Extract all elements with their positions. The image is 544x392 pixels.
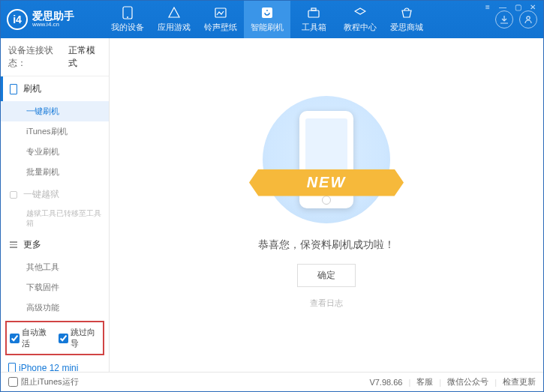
minimize-button[interactable]: —	[496, 1, 509, 12]
wallpaper-icon	[215, 6, 227, 19]
main-panel: NEW 恭喜您，保资料刷机成功啦！ 确定 查看日志	[110, 38, 543, 372]
section-more[interactable]: 更多	[1, 232, 109, 257]
sidebar-item-other-tools[interactable]: 其他工具	[1, 257, 109, 277]
section-flash[interactable]: 刷机	[1, 76, 109, 101]
section-jailbreak[interactable]: 一键越狱	[1, 182, 109, 207]
svg-rect-3	[262, 7, 272, 18]
svg-point-6	[527, 16, 530, 19]
phone-icon	[122, 6, 133, 19]
tab-my-device[interactable]: 我的设备	[104, 1, 151, 38]
user-button[interactable]	[519, 10, 537, 28]
flash-icon	[261, 6, 273, 19]
menu-button[interactable]: ≡	[481, 1, 494, 12]
svg-rect-4	[308, 10, 319, 17]
new-ribbon: NEW	[249, 169, 404, 196]
success-message: 恭喜您，保资料刷机成功啦！	[258, 238, 395, 252]
device-status: 设备连接状态： 正常模式	[1, 38, 109, 76]
sidebar-item-download-firmware[interactable]: 下载固件	[1, 277, 109, 298]
phone-mini-icon	[8, 363, 16, 372]
store-icon	[401, 6, 413, 19]
ok-button[interactable]: 确定	[297, 264, 356, 287]
phone-mini-icon	[10, 84, 17, 94]
sidebar-item-oneclick-flash[interactable]: 一键刷机	[1, 101, 109, 121]
app-site: www.i4.cn	[32, 22, 74, 28]
footer: 阻止iTunes运行 V7.98.66 | 客服 | 微信公众号 | 检查更新	[1, 372, 543, 391]
jailbreak-note: 越狱工具已转移至工具箱	[1, 207, 109, 232]
sidebar-item-batch-flash[interactable]: 批量刷机	[1, 162, 109, 182]
view-log-link[interactable]: 查看日志	[310, 298, 343, 309]
nav-tabs: 我的设备 应用游戏 铃声壁纸 智能刷机 工具箱 教程中心 爱思商城	[104, 1, 495, 38]
logo: i4 爱思助手 www.i4.cn	[7, 9, 104, 30]
success-illustration: NEW	[263, 96, 390, 223]
footer-check-update[interactable]: 检查更新	[503, 376, 536, 388]
toolbox-icon	[308, 6, 320, 19]
tab-store[interactable]: 爱思商城	[383, 1, 430, 38]
app-name: 爱思助手	[32, 10, 74, 22]
tab-tutorials[interactable]: 教程中心	[337, 1, 383, 38]
version-label: V7.98.66	[369, 378, 402, 387]
checkbox-block-itunes[interactable]: 阻止iTunes运行	[8, 376, 79, 388]
sidebar: 设备连接状态： 正常模式 刷机 一键刷机 iTunes刷机 专业刷机 批量刷机 …	[1, 38, 110, 372]
header: i4 爱思助手 www.i4.cn 我的设备 应用游戏 铃声壁纸 智能刷机 工具…	[1, 1, 543, 38]
svg-rect-2	[215, 8, 226, 17]
footer-wechat[interactable]: 微信公众号	[447, 376, 488, 388]
tab-apps-games[interactable]: 应用游戏	[151, 1, 197, 38]
sidebar-item-advanced[interactable]: 高级功能	[1, 298, 109, 318]
sidebar-item-itunes-flash[interactable]: iTunes刷机	[1, 121, 109, 142]
download-button[interactable]	[495, 10, 513, 28]
checkbox-highlight-area: 自动激活 跳过向导	[5, 321, 104, 355]
maximize-button[interactable]: ▢	[511, 1, 524, 12]
footer-service[interactable]: 客服	[416, 376, 433, 388]
tab-ringtone-wallpaper[interactable]: 铃声壁纸	[197, 1, 244, 38]
checkbox-auto-activate[interactable]: 自动激活	[10, 327, 51, 349]
tutorial-icon	[354, 6, 366, 19]
svg-point-1	[127, 16, 128, 18]
apps-icon	[168, 6, 180, 19]
lock-icon	[10, 191, 17, 199]
close-button[interactable]: ✕	[526, 1, 539, 12]
checkbox-skip-guide[interactable]: 跳过向导	[59, 327, 100, 349]
tab-smart-flash[interactable]: 智能刷机	[244, 1, 290, 38]
tab-toolbox[interactable]: 工具箱	[290, 1, 337, 38]
svg-rect-5	[311, 8, 316, 10]
menu-icon	[10, 241, 17, 248]
sidebar-item-pro-flash[interactable]: 专业刷机	[1, 142, 109, 162]
device-info[interactable]: iPhone 12 mini 64GB Down-12mini-13,1	[1, 358, 109, 372]
logo-icon: i4	[7, 9, 28, 30]
